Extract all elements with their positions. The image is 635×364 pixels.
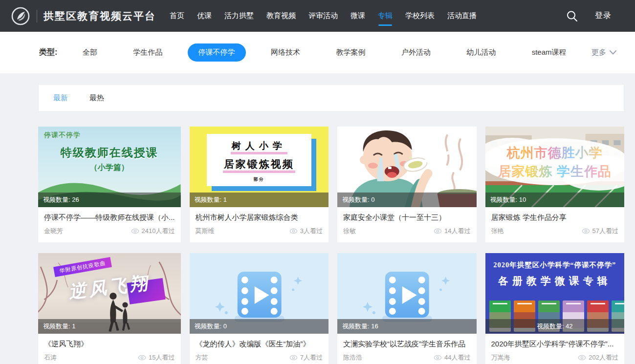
- video-count-bar: 视频数量: 1: [190, 193, 328, 207]
- search-icon[interactable]: [566, 10, 578, 22]
- album-thumbnail: 视频数量: 16: [337, 253, 477, 334]
- thumb-text: 杭州市德胜小学 居家锻炼 学生作品: [485, 144, 624, 180]
- views-count: 202人看过: [589, 353, 618, 362]
- album-title[interactable]: 文澜实验学校“以艺战疫”学生音乐作品: [343, 340, 471, 349]
- main-nav: 首页 优课 活力拱墅 教育视频 评审活动 微课 专辑 学校列表 活动直播: [170, 8, 477, 23]
- album-author: 石涛: [44, 353, 57, 362]
- nav-item-vitality[interactable]: 活力拱墅: [224, 8, 254, 23]
- album-thumbnail: 视频数量: 0: [337, 127, 477, 207]
- thumb-title-text: 2020年拱墅区小学科学“停课不停学”: [485, 260, 624, 270]
- album-card[interactable]: 视频数量: 16 文澜实验学校“以艺战疫”学生音乐作品 陈浩浩 44人看过: [337, 253, 477, 364]
- album-card[interactable]: 停课不停学 特级教师在线授课 （小学篇） 视频数量: 26 停课不停学——特级教…: [38, 127, 181, 242]
- poster-panel: 树人小学 居家锻炼视频 部分: [207, 134, 311, 186]
- album-views: 3人看过: [289, 227, 323, 236]
- nav-item-albums[interactable]: 专辑: [378, 8, 393, 23]
- thumb-subtitle-text: 各册教学微课专辑: [485, 274, 624, 288]
- album-info: 《龙的传人》改编版《医生“加油”》 方芸 7人看过: [190, 334, 328, 364]
- chevron-down-icon: [610, 50, 616, 55]
- album-meta: 陈浩浩 44人看过: [343, 353, 471, 362]
- album-info: 停课不停学——特级教师在线授课（小... 金晓芳 2410人看过: [38, 207, 181, 242]
- album-views: 202人看过: [578, 353, 618, 362]
- album-meta: 石涛 15人看过: [44, 353, 175, 362]
- filter-chip-class-suspended[interactable]: 停课不停学: [188, 43, 246, 62]
- filter-chip-all[interactable]: 全部: [72, 43, 108, 62]
- eye-icon: [131, 228, 139, 234]
- thumb-title-text: 杭州市德胜小学: [485, 144, 624, 162]
- album-title[interactable]: 停课不停学——特级教师在线授课（小...: [44, 213, 175, 222]
- album-meta: 方芸 7人看过: [196, 353, 323, 362]
- login-button[interactable]: 登录: [595, 11, 612, 21]
- nav-item-edu-videos[interactable]: 教育视频: [266, 8, 296, 23]
- eye-icon: [434, 355, 442, 361]
- album-thumbnail: 杭州市德胜小学 居家锻炼 学生作品 视频数量: 10: [485, 127, 624, 207]
- album-card[interactable]: 2020年拱墅区小学科学“停课不停学” 各册教学微课专辑 视频数量: 42 20…: [485, 253, 624, 364]
- album-author: 陈浩浩: [343, 353, 362, 362]
- views-count: 3人看过: [300, 227, 323, 236]
- filter-chip-network-tech[interactable]: 网络技术: [260, 43, 311, 62]
- album-author: 万嵩海: [491, 353, 510, 362]
- album-card[interactable]: 树人小学 居家锻炼视频 部分 视频数量: 1 杭州市树人小学居家锻炼综合类 莫斯…: [190, 127, 328, 242]
- video-count-bar: 视频数量: 10: [485, 193, 624, 207]
- thumb-text: 特级教师在线授课 （小学篇）: [38, 145, 181, 173]
- album-title[interactable]: 2020年拱墅区小学科学“停课不停学”...: [491, 340, 618, 349]
- thumb-title-text: 特级教师在线授课: [38, 145, 181, 160]
- album-author: 徐敏: [343, 227, 356, 236]
- nav-item-micro-courses[interactable]: 微课: [350, 8, 365, 23]
- album-card[interactable]: 视频数量: 0 家庭安全小课堂（十一至十三） 徐敏 14人看过: [337, 127, 477, 242]
- album-thumbnail: 华附原创抗疫歌曲 逆风飞翔 视频数量: 1: [38, 253, 181, 334]
- video-count-bar: 视频数量: 1: [38, 319, 181, 334]
- filter-chip-student-works[interactable]: 学生作品: [122, 43, 173, 62]
- album-info: 文澜实验学校“以艺战疫”学生音乐作品 陈浩浩 44人看过: [337, 334, 477, 364]
- views-count: 14人看过: [444, 227, 470, 236]
- album-card[interactable]: 华附原创抗疫歌曲 逆风飞翔 视频数量: 1 《逆风飞翔》 石涛 15人看过: [38, 253, 181, 364]
- filter-chip-steam[interactable]: steam课程: [521, 43, 577, 62]
- top-navbar: 拱墅区教育视频云平台 首页 优课 活力拱墅 教育视频 评审活动 微课 专辑 学校…: [0, 0, 635, 32]
- album-author: 莫斯维: [196, 227, 215, 236]
- album-views: 2410人看过: [131, 227, 175, 236]
- brand-logo[interactable]: 拱墅区教育视频云平台: [11, 6, 156, 26]
- thumb-subtitle-text: 居家锻炼视频: [223, 157, 295, 173]
- album-title[interactable]: 《逆风飞翔》: [44, 340, 175, 349]
- tab-hottest[interactable]: 最热: [89, 93, 104, 103]
- album-title[interactable]: 家庭安全小课堂（十一至十三）: [343, 213, 471, 222]
- tab-latest[interactable]: 最新: [53, 93, 68, 103]
- album-thumbnail: 停课不停学 特级教师在线授课 （小学篇） 视频数量: 26: [38, 127, 181, 207]
- filter-chip-kids[interactable]: 幼儿活动: [456, 43, 506, 62]
- eye-icon: [289, 228, 298, 234]
- filter-chip-teaching-cases[interactable]: 教学案例: [325, 43, 376, 62]
- album-author: 金晓芳: [44, 227, 63, 236]
- album-card[interactable]: 杭州市德胜小学 居家锻炼 学生作品 视频数量: 10 居家锻炼 学生作品分享 张…: [485, 127, 624, 242]
- album-thumbnail: 视频数量: 0: [190, 253, 328, 334]
- album-thumbnail: 2020年拱墅区小学科学“停课不停学” 各册教学微课专辑 视频数量: 42: [485, 253, 624, 334]
- album-info: 2020年拱墅区小学科学“停课不停学”... 万嵩海 202人看过: [485, 334, 624, 364]
- logo-divider: [37, 10, 37, 22]
- filter-label: 类型:: [39, 47, 57, 58]
- album-thumbnail: 树人小学 居家锻炼视频 部分 视频数量: 1: [190, 127, 328, 207]
- album-meta: 金晓芳 2410人看过: [44, 227, 175, 236]
- views-count: 57人看过: [592, 227, 618, 236]
- video-count-bar: 视频数量: 0: [337, 193, 477, 207]
- nav-item-quality-courses[interactable]: 优课: [197, 8, 212, 23]
- thumb-badge-text: 停课不停学: [44, 131, 81, 140]
- views-count: 7人看过: [300, 353, 323, 362]
- album-views: 14人看过: [434, 227, 470, 236]
- more-dropdown[interactable]: 更多: [591, 48, 616, 57]
- album-meta: 万嵩海 202人看过: [491, 353, 618, 362]
- filter-chip-outdoor[interactable]: 户外活动: [391, 43, 441, 62]
- eye-icon: [578, 355, 586, 361]
- navbar-right: 登录: [566, 10, 612, 22]
- brand-logo-icon: [11, 6, 30, 26]
- album-views: 15人看过: [138, 353, 175, 362]
- album-title[interactable]: 杭州市树人小学居家锻炼综合类: [196, 213, 323, 222]
- eye-icon: [289, 355, 298, 361]
- nav-item-home[interactable]: 首页: [170, 8, 184, 23]
- nav-item-live[interactable]: 活动直播: [447, 8, 477, 23]
- nav-item-review-activities[interactable]: 评审活动: [308, 8, 338, 23]
- album-title[interactable]: 居家锻炼 学生作品分享: [491, 213, 618, 222]
- album-title[interactable]: 《龙的传人》改编版《医生“加油”》: [196, 340, 323, 349]
- thumb-small-text: 部分: [210, 176, 308, 183]
- nav-item-school-list[interactable]: 学校列表: [405, 8, 435, 23]
- album-grid: 停课不停学 特级教师在线授课 （小学篇） 视频数量: 26 停课不停学——特级教…: [38, 127, 624, 364]
- album-card[interactable]: 视频数量: 0 《龙的传人》改编版《医生“加油”》 方芸 7人看过: [190, 253, 328, 364]
- album-info: 杭州市树人小学居家锻炼综合类 莫斯维 3人看过: [190, 207, 328, 242]
